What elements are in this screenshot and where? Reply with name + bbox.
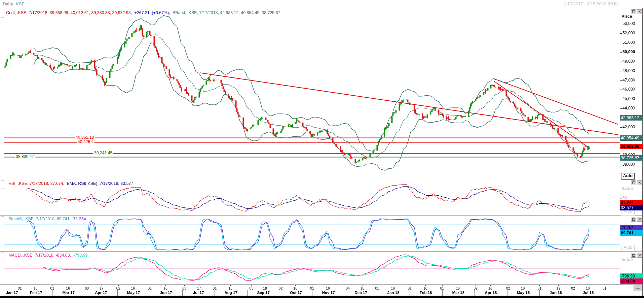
rsi-legend-ema[interactable]: EMA, RSI(.KSE), 7/17/2018, 33.577 xyxy=(67,181,133,186)
day-tick-label: 16 xyxy=(423,286,427,290)
month-label: Apr 17 xyxy=(95,291,107,295)
stoch-legend-d[interactable]: 71.254 xyxy=(73,217,86,221)
macd-axis-title: Value xyxy=(621,257,633,262)
day-tick-label: 19 xyxy=(557,286,561,290)
pane-grip[interactable] xyxy=(1,9,4,18)
price-level-label[interactable]: 40,426.4 xyxy=(77,139,94,144)
value-badge: 37.074 xyxy=(620,200,643,205)
day-tick-label: 17 xyxy=(100,286,104,290)
restore-icon[interactable] xyxy=(631,253,636,258)
month-label: Sep 17 xyxy=(257,291,270,295)
month-separator xyxy=(475,290,475,296)
window-bottom-bar xyxy=(0,296,644,298)
macd-legend-signal[interactable]: -798.99 xyxy=(73,253,87,258)
month-separator xyxy=(312,290,312,296)
date-range: 1/17/2017 - 8/15/2018 (KHI) xyxy=(564,1,618,6)
value-badge: 42,983.12 xyxy=(620,115,643,121)
month-label: Mar 17 xyxy=(62,291,74,295)
month-label: Jun 18 xyxy=(550,291,562,295)
pane-divider[interactable] xyxy=(0,251,643,252)
chart-plot-canvas[interactable] xyxy=(0,0,644,298)
month-label: Feb 17 xyxy=(30,291,42,295)
value-badge: -798.99 xyxy=(620,273,643,279)
price-auto-button[interactable]: Auto xyxy=(621,173,635,179)
day-tick-label: 16 xyxy=(326,286,330,290)
day-tick-label: 18 xyxy=(361,286,365,290)
month-separator xyxy=(85,290,85,296)
value-badge: 38,725.87 xyxy=(620,155,643,161)
price-level-label[interactable]: 39,241.45 xyxy=(93,151,113,155)
rsi-legend[interactable]: RSI, .KSE, 7/17/2018, 37.074, EMA, RSI(.… xyxy=(8,181,135,186)
month-label: May 18 xyxy=(517,291,530,295)
day-tick-label: 02 xyxy=(571,286,575,290)
close-icon[interactable]: ✕ xyxy=(637,180,642,185)
restore-icon[interactable] xyxy=(631,217,636,222)
value-badge: 40,854.49 xyxy=(620,135,643,141)
month-separator xyxy=(150,290,150,296)
restore-icon[interactable] xyxy=(631,9,636,14)
pane-divider[interactable] xyxy=(0,215,643,216)
month-separator xyxy=(507,290,507,296)
pane-grip[interactable] xyxy=(1,217,4,225)
pane-grip[interactable] xyxy=(1,180,4,189)
stoch-auto-button[interactable]: Auto xyxy=(621,245,635,251)
day-tick-label: 16 xyxy=(66,286,70,290)
day-tick-label: 16 xyxy=(293,286,297,290)
bband-legend[interactable]: BBand, .KSE, 7/17/2018, 42,983.12, 40,85… xyxy=(173,10,280,15)
value-badge: 71.254 xyxy=(620,225,643,230)
month-separator xyxy=(20,290,20,296)
day-tick-label: 01 xyxy=(375,286,379,290)
titlebar: Daily .KSE 1/17/2017 - 8/15/2018 (KHI) xyxy=(0,0,644,8)
axis-tick-label: 48,000 xyxy=(622,68,635,73)
month-label: Jan 18 xyxy=(387,291,400,295)
axis-tick-label: 52,000 xyxy=(622,31,635,35)
day-tick-label: 03 xyxy=(85,286,89,290)
page-title: Daily .KSE xyxy=(3,1,25,6)
month-separator xyxy=(410,290,410,296)
macd-legend[interactable]: MACD, .KSE, 7/17/2018, -834.08, -798.99 xyxy=(8,253,89,258)
day-tick-label: 01 xyxy=(213,286,217,290)
month-label: May 17 xyxy=(127,291,140,295)
rsi-legend-main[interactable]: RSI, .KSE, 7/17/2018, 37.074, xyxy=(8,181,64,186)
axis-tick-label: 53,000 xyxy=(622,21,635,26)
axis-tick-label: 44,000 xyxy=(622,106,635,110)
pane-grip[interactable] xyxy=(1,253,4,261)
day-tick-label: 16 xyxy=(131,286,135,290)
close-icon[interactable]: ✕ xyxy=(637,9,642,14)
plot-left-border xyxy=(4,8,4,284)
titlebar-divider xyxy=(0,8,620,8)
day-tick-label: 16 xyxy=(228,286,232,290)
day-tick-label: 01 xyxy=(18,286,22,290)
close-icon[interactable]: ✕ xyxy=(637,217,642,222)
pane-divider[interactable] xyxy=(0,179,643,179)
day-tick-label: 02 xyxy=(473,286,478,290)
restore-icon[interactable] xyxy=(631,180,636,185)
month-separator xyxy=(247,290,248,296)
rsi-axis-title: Value xyxy=(621,186,633,191)
price-legend[interactable]: Cndl, .KSE, 7/17/2018, 39,658.99, 40,012… xyxy=(6,10,281,15)
day-tick-label: 01 xyxy=(603,286,607,290)
day-tick-label: 16 xyxy=(163,286,167,290)
day-tick-label: 03 xyxy=(182,286,186,290)
day-tick-label: 02 xyxy=(279,286,283,290)
month-separator xyxy=(539,290,540,296)
pane-divider xyxy=(0,284,643,285)
axis-tick-label: 45,000 xyxy=(622,96,635,101)
month-label: Dec 17 xyxy=(355,291,367,295)
axis-settings-button[interactable] xyxy=(634,286,642,291)
value-badge: 33.577 xyxy=(620,205,643,210)
month-separator xyxy=(605,290,605,296)
day-tick-label: 02 xyxy=(506,286,510,290)
month-label: Nov 17 xyxy=(322,291,335,295)
month-label: Aug 17 xyxy=(225,291,237,295)
price-level-label[interactable]: 38,830.47 xyxy=(15,154,35,159)
day-tick-label: 01 xyxy=(310,286,314,290)
stoch-legend-main[interactable]: StochS, .KSE, 7/17/2018, 69.741, xyxy=(8,217,71,221)
close-icon[interactable]: ✕ xyxy=(637,253,642,258)
value-badge: 39,932.98 xyxy=(620,144,643,149)
candle-legend[interactable]: Cndl, .KSE, 7/17/2018, 39,658.99, 40,012… xyxy=(6,10,132,15)
macd-legend-main[interactable]: MACD, .KSE, 7/17/2018, -834.08, xyxy=(8,253,71,258)
day-tick-label: 02 xyxy=(116,286,120,290)
axis-tick-label: 49,000 xyxy=(622,59,635,64)
stoch-legend[interactable]: StochS, .KSE, 7/17/2018, 69.741, 71.254 xyxy=(8,217,87,221)
